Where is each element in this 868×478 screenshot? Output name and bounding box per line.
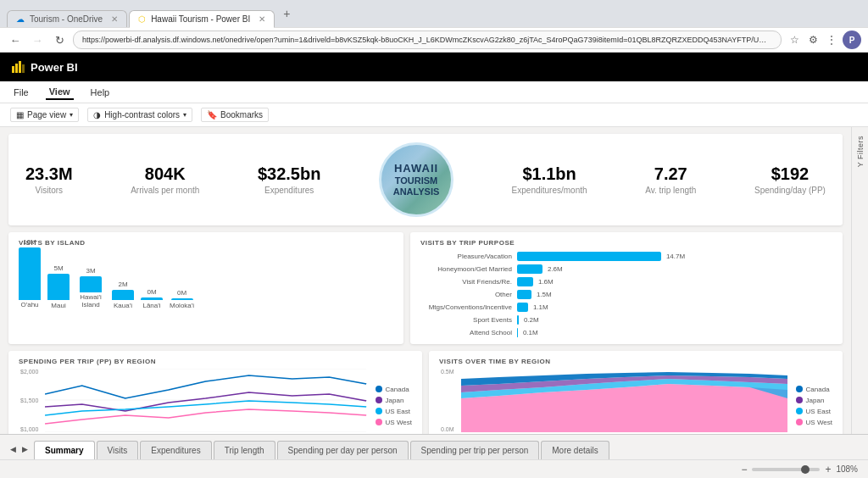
purpose-label-3: Other (420, 291, 512, 298)
zoom-plus[interactable]: + (825, 464, 831, 475)
legend-useast-label: US East (386, 408, 410, 415)
bottom-charts-row: SPENDING PER TRIP (PP) BY REGION $2,000 … (8, 351, 843, 434)
purpose-row-2: Visit Friends/Re. 1.6M (420, 277, 832, 286)
tab2-close[interactable]: ✕ (259, 14, 265, 24)
browser-frame: ☁ Tourism - OneDrive ✕ ⬡ Hawaii Tourism … (0, 0, 868, 27)
visits-svg (461, 369, 787, 432)
visits-legend: Canada Japan US East US West (793, 369, 832, 434)
purpose-row-3: Other 1.5M (420, 290, 832, 299)
svg-rect-3 (22, 64, 25, 73)
bar-molokai: 0M Moloka'i (170, 289, 194, 309)
purpose-row-0: Pleasure/Vacation 14.7M (420, 252, 832, 261)
kpi-visitors: 23.3M Visitors (25, 164, 73, 195)
purpose-label-2: Visit Friends/Re. (420, 278, 512, 286)
zoom-slider[interactable] (752, 468, 820, 471)
bar-lanai-rect[interactable] (141, 297, 163, 300)
legend-canada-dot (376, 386, 382, 392)
menu-help[interactable]: Help (87, 86, 114, 99)
zoom-thumb (801, 465, 810, 474)
purpose-row-5: Sport Events 0.2M (420, 315, 832, 325)
bar-molokai-label-top: 0M (177, 289, 186, 297)
purpose-value-6: 0.1M (523, 329, 538, 336)
purpose-bar-1[interactable] (517, 264, 542, 274)
page-view-label: Page view (27, 110, 66, 119)
spending-y-2000: $2,000 (20, 369, 38, 375)
address-bar[interactable]: https://powerbi-df.analysis.df.windows.n… (73, 31, 782, 49)
powerbi-tab-icon: ⬡ (138, 14, 146, 24)
refresh-btn[interactable]: ↻ (51, 31, 68, 48)
purpose-bar-5[interactable] (517, 315, 519, 325)
filters-label: Y Filters (856, 136, 865, 167)
purpose-bar-4[interactable] (517, 303, 528, 312)
spending-y-axis: $2,000 $1,500 $1,000 (19, 369, 40, 432)
purpose-label-0: Pleasure/Vacation (420, 253, 512, 260)
bar-molokai-rect[interactable] (171, 298, 193, 300)
tab-spending-day[interactable]: Spending per day per person (277, 441, 409, 459)
tab-expenditures[interactable]: Expenditures (140, 441, 211, 459)
browser-tab-active[interactable]: ⬡ Hawaii Tourism - Power BI ✕ (129, 10, 275, 28)
bar-oahu-rect[interactable] (19, 247, 41, 300)
kpi-trip-length-value: 7.27 (645, 164, 696, 184)
purpose-value-5: 0.2M (524, 316, 539, 324)
purpose-bar-6[interactable] (517, 328, 518, 337)
island-bar-chart: 10M O'ahu 5M Maui 3M Hawai'i Island (19, 250, 393, 326)
purpose-value-1: 2.6M (548, 265, 563, 273)
star-icon[interactable]: ☆ (787, 32, 802, 47)
spending-legend: Canada Japan US East US West (372, 369, 412, 434)
bar-kauai: 2M Kaua'i (112, 281, 134, 309)
filters-sidebar[interactable]: Y Filters (851, 127, 868, 434)
purpose-row-1: Honeymoon/Get Married 2.6M (420, 264, 832, 274)
kpi-exp-month-value: $1.1bn (512, 164, 587, 184)
bar-hawaii: 3M Hawai'i Island (76, 267, 105, 309)
tab-trip-length[interactable]: Trip length (214, 441, 275, 459)
high-contrast-btn[interactable]: ◑ High-contrast colors ▾ (87, 108, 192, 122)
tab-spending-trip[interactable]: Spending per trip per person (410, 441, 540, 459)
svg-rect-0 (12, 66, 14, 73)
spending-y-1000: $1,000 (20, 426, 38, 432)
visits-by-island-title: VISITS BY ISLAND (19, 239, 393, 247)
profile-avatar[interactable]: P (843, 31, 861, 49)
more-icon[interactable]: ⋮ (824, 32, 839, 47)
bar-kauai-island: Kaua'i (114, 302, 132, 309)
purpose-bar-3[interactable] (517, 290, 531, 299)
extensions-icon[interactable]: ⚙ (805, 32, 821, 47)
powerbi-menu-bar: File View Help (0, 81, 868, 103)
tab-summary[interactable]: Summary (34, 441, 95, 459)
purpose-row-4: Mtgs/Conventions/Incentive 1.1M (420, 303, 832, 312)
tab-nav-next[interactable]: ▶ (19, 441, 31, 458)
purpose-chart: Pleasure/Vacation 14.7M Honeymoon/Get Ma… (420, 252, 832, 337)
forward-btn[interactable]: → (29, 31, 46, 48)
back-btn[interactable]: ← (7, 31, 24, 48)
page-view-btn[interactable]: ▦ Page view ▾ (10, 108, 79, 122)
purpose-bar-2[interactable] (517, 277, 533, 286)
kpi-exp-month-label: Expenditures/month (512, 186, 587, 195)
kpi-visitors-label: Visitors (25, 186, 73, 195)
purpose-value-2: 1.6M (538, 278, 554, 286)
kpi-card: 23.3M Visitors 804K Arrivals per month $… (8, 134, 843, 225)
spending-per-trip-title: SPENDING PER TRIP (PP) BY REGION (19, 358, 412, 365)
bar-maui-rect[interactable] (47, 274, 70, 300)
menu-file[interactable]: File (10, 86, 32, 99)
bookmarks-btn[interactable]: 🔖 Bookmarks (201, 108, 269, 122)
visits-over-time-card: VISITS OVER TIME BY REGION 0.5M 0.0M (429, 351, 843, 434)
zoom-minus[interactable]: − (741, 464, 747, 475)
bar-kauai-rect[interactable] (112, 290, 134, 300)
new-tab-btn[interactable]: + (276, 3, 297, 24)
tabs-bar: ◀ ▶ Summary Visits Expenditures Trip len… (0, 434, 868, 459)
legend-uswest: US West (376, 419, 412, 426)
legend-useast: US East (376, 408, 412, 415)
bar-molokai-island: Moloka'i (170, 302, 194, 309)
bar-hawaii-rect[interactable] (80, 276, 102, 292)
tab-nav-prev[interactable]: ◀ (7, 441, 19, 458)
visits-chart-area: Jan 2016 Jul 2016 Jan 2017 Jul 2017 Jan … (461, 369, 787, 434)
tab-more-details[interactable]: More details (541, 441, 609, 459)
purpose-bar-0[interactable] (517, 252, 661, 261)
browser-tab-inactive[interactable]: ☁ Tourism - OneDrive ✕ (7, 10, 127, 27)
bar-maui: 5M Maui (47, 264, 70, 309)
tab2-label: Hawaii Tourism - Power BI (151, 14, 250, 24)
menu-view[interactable]: View (46, 85, 74, 100)
legend-uswest-dot (376, 419, 382, 425)
onedrive-icon: ☁ (16, 14, 25, 24)
tab-visits[interactable]: Visits (97, 441, 139, 459)
tab1-close[interactable]: ✕ (111, 14, 118, 24)
